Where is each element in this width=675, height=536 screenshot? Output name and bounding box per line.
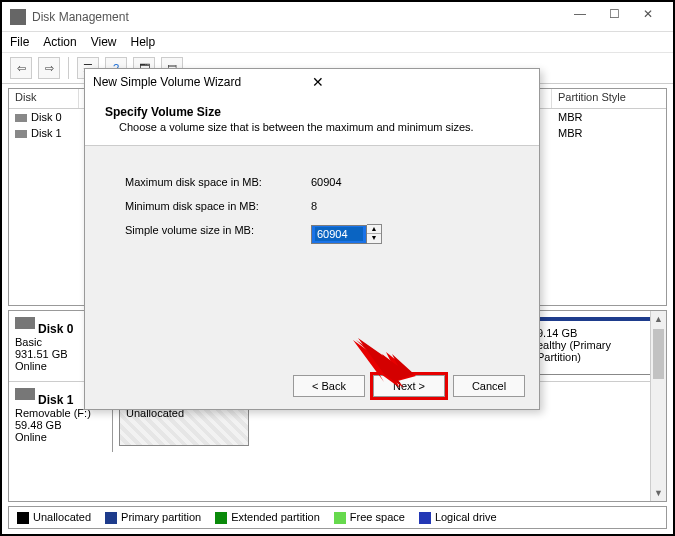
volume-size-spinner: ▲ ▼ [311, 224, 382, 244]
disk0-volume[interactable]: 9.14 GB ealthy (Primary Partition) [530, 317, 660, 375]
legend-extended: Extended partition [215, 511, 320, 524]
disk-name: Disk 0 [31, 111, 62, 123]
max-space-value: 60904 [311, 176, 342, 188]
spinner-down-button[interactable]: ▼ [367, 234, 381, 243]
disk-icon [15, 130, 27, 138]
wizard-footer: < Back Next > Cancel [293, 375, 525, 397]
legend-free: Free space [334, 511, 405, 524]
pstyle-value: MBR [552, 125, 666, 141]
wizard-title: New Simple Volume Wizard [93, 75, 312, 89]
menubar: File Action View Help [2, 32, 673, 53]
scroll-down-icon[interactable]: ▼ [651, 485, 666, 501]
volume-size-label: Simple volume size in MB: [125, 224, 311, 244]
legend-unallocated: Unallocated [17, 511, 91, 524]
wizard-heading: Specify Volume Size [105, 105, 519, 119]
menu-action[interactable]: Action [43, 35, 76, 49]
disk-icon [15, 114, 27, 122]
min-space-value: 8 [311, 200, 317, 212]
maximize-button[interactable]: ☐ [597, 7, 631, 27]
legend-primary: Primary partition [105, 511, 201, 524]
menu-file[interactable]: File [10, 35, 29, 49]
vertical-scrollbar[interactable]: ▲ ▼ [650, 311, 666, 501]
menu-view[interactable]: View [91, 35, 117, 49]
cancel-button[interactable]: Cancel [453, 375, 525, 397]
disk1-status: Online [15, 431, 47, 443]
disk1-type: Removable (F:) [15, 407, 91, 419]
legend-logical: Logical drive [419, 511, 497, 524]
wizard-body: Maximum disk space in MB: 60904 Minimum … [85, 146, 539, 266]
spinner-up-button[interactable]: ▲ [367, 225, 381, 234]
disk0-size: 931.51 GB [15, 348, 68, 360]
titlebar: Disk Management — ☐ ✕ [2, 2, 673, 32]
col-partition-style[interactable]: Partition Style [552, 89, 666, 108]
swatch-icon [419, 512, 431, 524]
vol-status: ealthy (Primary Partition) [537, 339, 653, 363]
disk0-type: Basic [15, 336, 42, 348]
swatch-icon [215, 512, 227, 524]
disk1-name: Disk 1 [38, 393, 73, 407]
disk-management-window: Disk Management — ☐ ✕ File Action View H… [0, 0, 675, 536]
swatch-icon [334, 512, 346, 524]
col-disk[interactable]: Disk [9, 89, 79, 108]
back-button[interactable]: < Back [293, 375, 365, 397]
scroll-thumb[interactable] [653, 329, 664, 379]
legend: Unallocated Primary partition Extended p… [8, 506, 667, 529]
drive-icon [15, 388, 35, 400]
drive-icon [15, 317, 35, 329]
max-space-label: Maximum disk space in MB: [125, 176, 311, 188]
disk-name: Disk 1 [31, 127, 62, 139]
min-space-label: Minimum disk space in MB: [125, 200, 311, 212]
scroll-up-icon[interactable]: ▲ [651, 311, 666, 327]
volume-size-input[interactable] [315, 227, 363, 241]
toolbar-separator [68, 57, 69, 79]
menu-help[interactable]: Help [131, 35, 156, 49]
swatch-icon [17, 512, 29, 524]
back-button[interactable]: ⇦ [10, 57, 32, 79]
wizard-close-button[interactable]: ✕ [312, 74, 531, 90]
disk0-status: Online [15, 360, 47, 372]
vol-size: 9.14 GB [537, 327, 653, 339]
minimize-button[interactable]: — [563, 7, 597, 27]
window-title: Disk Management [32, 10, 563, 24]
disk1-size: 59.48 GB [15, 419, 61, 431]
close-button[interactable]: ✕ [631, 7, 665, 27]
disk0-name: Disk 0 [38, 322, 73, 336]
wizard-subheading: Choose a volume size that is between the… [119, 121, 519, 133]
wizard-titlebar: New Simple Volume Wizard ✕ [85, 69, 539, 95]
new-simple-volume-wizard: New Simple Volume Wizard ✕ Specify Volum… [84, 68, 540, 410]
forward-button[interactable]: ⇨ [38, 57, 60, 79]
next-button[interactable]: Next > [373, 375, 445, 397]
pstyle-value: MBR [552, 109, 666, 125]
app-icon [10, 9, 26, 25]
swatch-icon [105, 512, 117, 524]
wizard-header: Specify Volume Size Choose a volume size… [85, 95, 539, 146]
